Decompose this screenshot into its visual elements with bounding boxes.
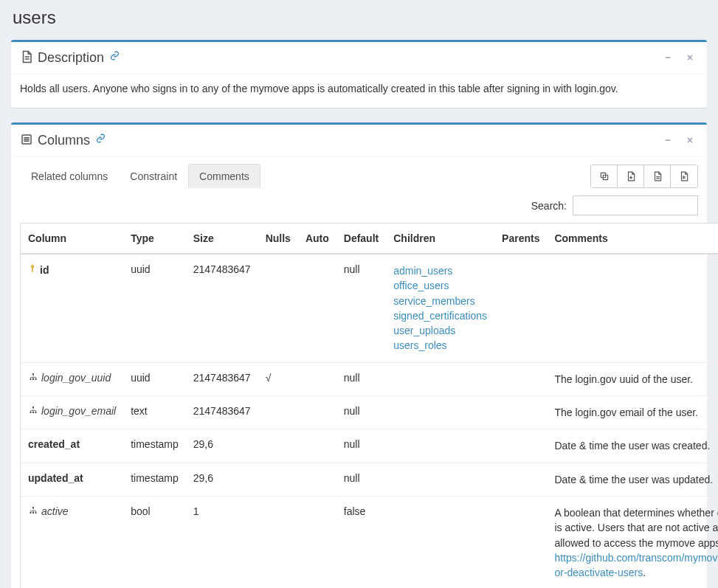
cell-default: null [336,254,386,362]
close-button[interactable] [682,49,698,66]
table-row: login_gov_emailtext2147483647nullThe log… [21,396,719,429]
col-header-auto[interactable]: Auto [298,224,336,255]
cell-auto [298,362,336,395]
column-name-cell: updated_at [28,472,83,484]
cell-size: 2147483647 [186,254,258,362]
column-name-cell: id [28,263,49,276]
export-excel-button[interactable] [644,165,671,187]
cell-nulls: √ [258,362,298,395]
cell-children [386,496,494,588]
cell-nulls [258,396,298,429]
sitemap-icon [28,405,38,417]
cell-comments: The login.gov uuid of the user. [547,362,718,395]
child-link[interactable]: signed_certifications [393,308,487,323]
cell-type: bool [123,496,186,588]
search-label: Search: [531,200,567,212]
description-box: Description Holds all users. Anyone who … [11,40,707,108]
cell-type: text [123,396,186,429]
cell-type: uuid [123,254,186,362]
svg-rect-22 [32,412,34,413]
col-header-children[interactable]: Children [386,224,494,255]
document-icon [20,50,33,66]
anchor-link-icon[interactable] [96,134,106,145]
svg-rect-17 [30,378,32,380]
cell-nulls [258,254,298,362]
copy-button[interactable] [591,165,618,187]
page-title: users [13,7,705,28]
collapse-button[interactable] [660,132,676,148]
tab-constraint[interactable]: Constraint [119,164,188,188]
svg-rect-18 [32,378,34,380]
child-link[interactable]: admin_users [393,263,487,278]
anchor-link-icon[interactable] [110,51,120,63]
tab-related-columns[interactable]: Related columns [20,164,119,188]
columns-title: Columns [38,133,90,148]
table-row: updated_attimestamp29,6nullDate & time t… [21,463,719,496]
column-name-cell: login_gov_email [28,405,116,417]
comment-link[interactable]: https://github.com/transcom/mymove/wiki/… [554,552,718,578]
close-button[interactable] [682,132,698,148]
child-link[interactable]: user_uploads [393,323,487,338]
cell-default: null [336,429,386,463]
cell-parents [494,429,547,463]
cell-comments: Date & time the user was created. [547,429,718,463]
cell-size: 2147483647 [186,396,258,429]
col-header-comments[interactable]: Comments [547,224,718,255]
svg-rect-25 [30,512,32,513]
cell-type: timestamp [123,429,186,463]
cell-parents [494,496,547,588]
collapse-button[interactable] [660,49,676,66]
cell-default: null [336,396,386,429]
cell-auto [298,429,336,463]
table-row: iduuid2147483647nulladmin_usersoffice_us… [21,254,719,362]
child-link[interactable]: users_roles [393,338,487,353]
key-icon [28,263,37,276]
col-header-column[interactable]: Column [21,224,124,255]
export-pdf-button[interactable] [671,165,697,187]
svg-rect-26 [32,512,34,513]
export-buttons [590,165,698,188]
cell-auto [298,396,336,429]
tab-comments[interactable]: Comments [188,164,260,188]
col-header-parents[interactable]: Parents [494,224,547,255]
search-input[interactable] [573,196,698,215]
cell-parents [494,396,547,429]
list-icon [20,133,33,148]
column-name-cell: created_at [28,438,80,450]
columns-table: ColumnTypeSizeNullsAutoDefaultChildrenPa… [20,223,718,588]
column-name-cell: login_gov_uuid [28,372,111,384]
table-row: created_attimestamp29,6nullDate & time t… [21,429,719,463]
description-body: Holds all users. Anyone who signs in to … [20,81,698,97]
col-header-nulls[interactable]: Nulls [258,224,298,255]
col-header-size[interactable]: Size [186,224,258,255]
cell-children [386,362,494,395]
description-title: Description [38,50,104,66]
cell-children: admin_usersoffice_usersservice_memberssi… [386,254,494,362]
sitemap-icon [28,505,38,517]
cell-type: timestamp [123,463,186,496]
cell-type: uuid [123,362,186,395]
svg-rect-21 [30,412,32,413]
cell-comments: The login.gov email of the user. [547,396,718,429]
cell-size: 1 [186,496,258,588]
cell-size: 29,6 [186,429,258,463]
cell-parents [494,254,547,362]
cell-comments: Date & time the user was updated. [547,463,718,496]
cell-default: null [336,362,386,395]
cell-children [386,429,494,463]
svg-rect-20 [32,407,34,408]
table-row: login_gov_uuiduuid2147483647√nullThe log… [21,362,719,395]
svg-rect-16 [32,373,34,375]
cell-comments: A boolean that determines whether or not… [547,496,718,588]
sitemap-icon [28,372,38,384]
cell-size: 2147483647 [186,362,258,395]
cell-comments [547,254,718,362]
col-header-type[interactable]: Type [123,224,186,255]
svg-rect-23 [35,412,37,413]
child-link[interactable]: service_members [393,294,487,308]
cell-nulls [258,429,298,463]
cell-size: 29,6 [186,463,258,496]
col-header-default[interactable]: Default [336,224,386,255]
export-csv-button[interactable] [618,165,644,187]
child-link[interactable]: office_users [393,278,487,293]
